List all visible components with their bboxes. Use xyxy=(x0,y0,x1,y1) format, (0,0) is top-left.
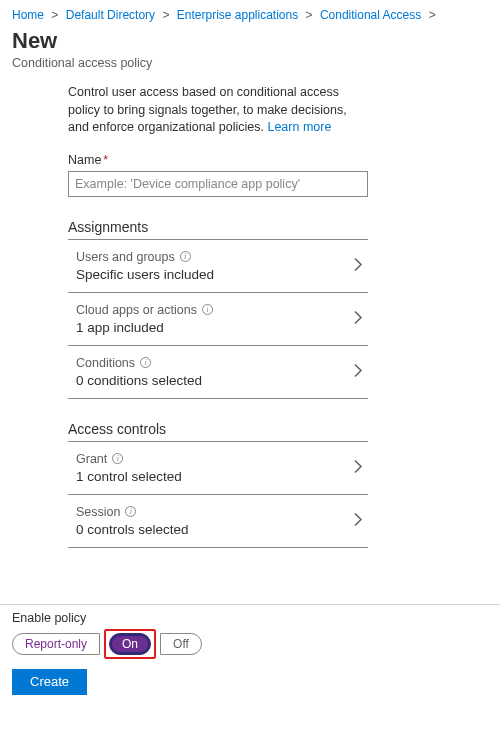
chevron-right-icon xyxy=(354,310,362,327)
required-asterisk-icon: * xyxy=(103,153,108,167)
row-session[interactable]: Session i 0 controls selected xyxy=(68,495,368,548)
enable-policy-toggle: Report-only On Off xyxy=(12,629,488,659)
chevron-right-icon xyxy=(354,363,362,380)
access-controls-heading: Access controls xyxy=(68,421,368,442)
chevron-right-icon xyxy=(354,257,362,274)
name-field-label: Name* xyxy=(68,153,368,167)
row-title-label: Conditions xyxy=(76,356,135,370)
policy-name-input[interactable] xyxy=(68,171,368,197)
info-icon[interactable]: i xyxy=(202,304,213,315)
row-value: Specific users included xyxy=(76,267,346,282)
breadcrumb-default-directory[interactable]: Default Directory xyxy=(66,8,155,22)
chevron-right-icon xyxy=(354,459,362,476)
page-subtitle: Conditional access policy xyxy=(12,56,488,70)
row-value: 1 control selected xyxy=(76,469,346,484)
create-button[interactable]: Create xyxy=(12,669,87,695)
enable-policy-label: Enable policy xyxy=(12,611,488,625)
row-cloud-apps-or-actions[interactable]: Cloud apps or actions i 1 app included xyxy=(68,293,368,346)
assignments-heading: Assignments xyxy=(68,219,368,240)
info-icon[interactable]: i xyxy=(125,506,136,517)
row-title-label: Grant xyxy=(76,452,107,466)
policy-description: Control user access based on conditional… xyxy=(68,84,368,137)
row-grant[interactable]: Grant i 1 control selected xyxy=(68,442,368,495)
chevron-right-icon: > xyxy=(162,8,169,22)
row-value: 1 app included xyxy=(76,320,346,335)
toggle-on-highlight: On xyxy=(104,629,156,659)
toggle-on[interactable]: On xyxy=(109,633,151,655)
row-title-label: Users and groups xyxy=(76,250,175,264)
row-conditions[interactable]: Conditions i 0 conditions selected xyxy=(68,346,368,399)
info-icon[interactable]: i xyxy=(180,251,191,262)
learn-more-link[interactable]: Learn more xyxy=(267,120,331,134)
page-title: New xyxy=(12,28,488,54)
info-icon[interactable]: i xyxy=(112,453,123,464)
chevron-right-icon: > xyxy=(306,8,313,22)
row-title-label: Cloud apps or actions xyxy=(76,303,197,317)
chevron-right-icon xyxy=(354,512,362,529)
info-icon[interactable]: i xyxy=(140,357,151,368)
row-value: 0 controls selected xyxy=(76,522,346,537)
row-title-label: Session xyxy=(76,505,120,519)
breadcrumb: Home > Default Directory > Enterprise ap… xyxy=(12,8,488,22)
breadcrumb-conditional-access[interactable]: Conditional Access xyxy=(320,8,421,22)
chevron-right-icon: > xyxy=(429,8,436,22)
breadcrumb-home[interactable]: Home xyxy=(12,8,44,22)
row-value: 0 conditions selected xyxy=(76,373,346,388)
row-users-and-groups[interactable]: Users and groups i Specific users includ… xyxy=(68,240,368,293)
chevron-right-icon: > xyxy=(51,8,58,22)
toggle-report-only[interactable]: Report-only xyxy=(12,633,100,655)
breadcrumb-enterprise-applications[interactable]: Enterprise applications xyxy=(177,8,298,22)
toggle-off[interactable]: Off xyxy=(160,633,202,655)
